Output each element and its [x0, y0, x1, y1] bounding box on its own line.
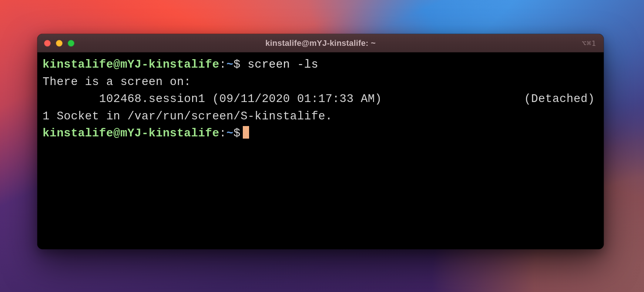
terminal-line: kinstalife@mYJ-kinstalife:~$ screen -ls	[43, 56, 598, 74]
prompt-separator: :	[219, 127, 227, 140]
close-button[interactable]	[44, 40, 51, 47]
cursor-block	[243, 126, 249, 139]
terminal-line: kinstalife@mYJ-kinstalife:~$	[43, 125, 598, 142]
output-line: 1 Socket in /var/run/screen/S-kinstalife…	[43, 108, 598, 125]
prompt-path: ~	[227, 127, 234, 140]
window-title: kinstalife@mYJ-kinstalife: ~	[37, 38, 604, 48]
minimize-button[interactable]	[56, 40, 63, 47]
prompt-path: ~	[227, 58, 234, 71]
prompt-symbol: $	[234, 127, 241, 140]
session-indent	[43, 91, 99, 108]
window-shortcut-hint: ⌥⌘1	[582, 39, 604, 48]
session-entry: 102468.session1 (09/11/2020 01:17:33 AM)	[99, 91, 382, 108]
output-line: There is a screen on:	[43, 74, 598, 91]
terminal-window: kinstalife@mYJ-kinstalife: ~ ⌥⌘1 kinstal…	[37, 34, 604, 249]
prompt-user-host: kinstalife@mYJ-kinstalife	[43, 127, 219, 140]
prompt-symbol: $	[234, 58, 241, 71]
prompt-separator: :	[219, 58, 227, 71]
traffic-lights	[37, 40, 74, 47]
command-value: screen -ls	[248, 58, 318, 71]
maximize-button[interactable]	[68, 40, 74, 47]
session-status: (Detached)	[524, 91, 598, 108]
output-line: 102468.session1 (09/11/2020 01:17:33 AM)…	[43, 91, 598, 108]
prompt-user-host: kinstalife@mYJ-kinstalife	[43, 58, 219, 71]
terminal-body[interactable]: kinstalife@mYJ-kinstalife:~$ screen -lsT…	[37, 52, 604, 249]
window-titlebar[interactable]: kinstalife@mYJ-kinstalife: ~ ⌥⌘1	[37, 34, 604, 52]
command-text: screen -ls	[241, 58, 318, 71]
